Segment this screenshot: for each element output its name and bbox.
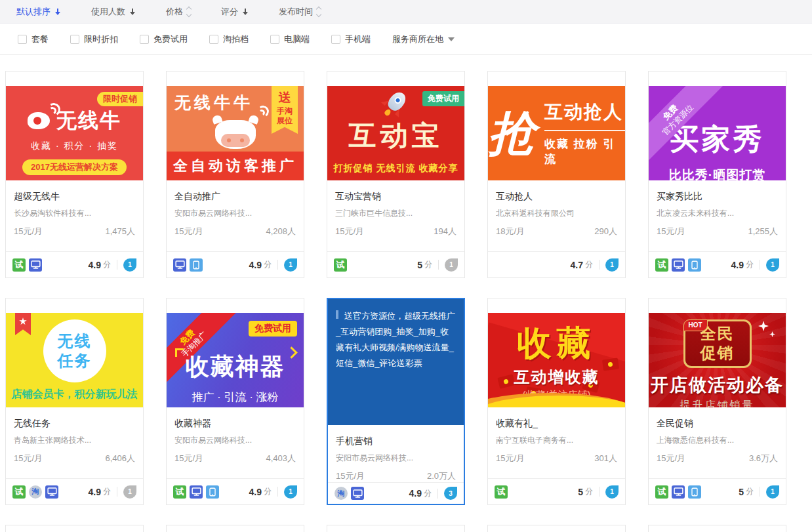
card-description-overlay: 送官方资源位，超级无线推广_互动营销团购_抽奖_加购_收藏有礼大师视频/满购物送… bbox=[328, 299, 464, 425]
rating-unit: 分 bbox=[585, 486, 593, 497]
card-price: 15元/月 bbox=[657, 226, 685, 237]
checkbox-icon[interactable] bbox=[270, 35, 279, 44]
card-rating: 4.9 bbox=[89, 260, 101, 270]
card-shoucang-youli[interactable]: 收藏 互动增收藏 (收藏/关注店铺) 收藏有礼_ 南宁互联电子商务有... 15… bbox=[487, 298, 626, 505]
card-rating: 4.9 bbox=[409, 488, 422, 499]
wangwang-icon[interactable]: 1 bbox=[605, 485, 619, 499]
card-title[interactable]: 无线任务 bbox=[14, 418, 135, 430]
card-hudongbao[interactable]: 免费试用 互动宝 打折促销 无线引流 收藏分享 互动宝营销 三门峡市巨牛信息技.… bbox=[327, 71, 465, 278]
banner-subtitle: 收藏 拉粉 引流 bbox=[544, 130, 625, 167]
wangwang-icon[interactable]: 1 bbox=[284, 258, 297, 272]
filter-pc[interactable]: 电脑端 bbox=[270, 33, 310, 45]
wangwang-icon[interactable]: 1 bbox=[123, 258, 136, 272]
trial-badge-icon: 试 bbox=[655, 258, 668, 272]
checkbox-icon[interactable] bbox=[209, 35, 218, 44]
wangwang-icon[interactable]: 1 bbox=[605, 258, 619, 272]
card-banner: 无线任务 店铺会员卡，积分新玩儿法 bbox=[6, 313, 143, 407]
card-shouji-yingxiao-selected[interactable]: 送官方资源位，超级无线推广_互动营销团购_抽奖_加购_收藏有礼大师视频/满购物送… bbox=[327, 298, 465, 505]
card-title[interactable]: 超级无线牛 bbox=[14, 191, 135, 203]
card-company: 三门峡市巨牛信息技... bbox=[335, 208, 457, 219]
card-shoucang-shenqi[interactable]: 免费 手淘推广 免费试用 收藏神器 推广 · 引流 · 涨粉 收藏神器 安阳市易… bbox=[166, 298, 304, 505]
card-title[interactable]: 收藏有礼_ bbox=[496, 418, 617, 430]
platform-badges: 试 bbox=[495, 485, 511, 499]
filter-mobile[interactable]: 手机端 bbox=[331, 33, 371, 45]
wangwang-icon[interactable]: 1 bbox=[284, 485, 297, 499]
card-company: 青岛新主张网络技术... bbox=[14, 435, 135, 446]
card-hudong-qiangren[interactable]: 抢 互动抢人 收藏 拉粉 引流 互动抢人 北京科返科技有限公司 18元/月290… bbox=[487, 71, 626, 278]
card-wuxian-renwu[interactable]: 无线任务 店铺会员卡，积分新玩儿法 无线任务 青岛新主张网络技术... 15元/… bbox=[5, 298, 144, 505]
card-rating: 5 bbox=[739, 487, 744, 497]
sort-users[interactable]: 使用人数 bbox=[91, 6, 136, 18]
card-quanzidong-tuiguang[interactable]: 无线牛牛 送 手淘 展位 全自动访客推广 全自动推广 安阳市易云网络科技... … bbox=[166, 71, 304, 278]
sort-price[interactable]: 价格 bbox=[166, 6, 191, 18]
sort-default-label: 默认排序 bbox=[16, 6, 51, 18]
card-partial bbox=[166, 525, 304, 532]
card-banner: 抢 互动抢人 收藏 拉粉 引流 bbox=[488, 86, 625, 180]
checkbox-icon[interactable] bbox=[140, 35, 149, 44]
banner-title: 无线牛 bbox=[56, 107, 121, 134]
banner-subtitle: 比比秀·晒图打赏 bbox=[649, 167, 786, 180]
sort-default[interactable]: 默认排序 bbox=[16, 6, 61, 18]
card-title[interactable]: 买家秀比比 bbox=[657, 191, 778, 203]
platform-badges: 试 bbox=[334, 258, 350, 272]
sort-price-label: 价格 bbox=[166, 6, 183, 18]
sort-publish-time[interactable]: 发布时间 bbox=[279, 6, 321, 18]
card-super-wuxianniu[interactable]: 限时促销 无线牛 收藏 · 积分 · 抽奖 2017无线运营解决方案 超级无线牛… bbox=[5, 71, 144, 278]
banner-title: 收藏神器 bbox=[186, 351, 285, 383]
pc-badge-icon bbox=[672, 485, 685, 499]
card-price: 15元/月 bbox=[14, 453, 43, 464]
filter-label: 电脑端 bbox=[284, 33, 310, 45]
platform-badges: 试 bbox=[12, 258, 45, 272]
card-partial bbox=[487, 525, 626, 532]
filter-package[interactable]: 套餐 bbox=[18, 33, 49, 45]
trial-badge-icon: 试 bbox=[173, 485, 186, 499]
banner-subtitle: 收藏 · 积分 · 抽奖 bbox=[6, 140, 143, 152]
banner-glyph: 抢 bbox=[488, 110, 535, 157]
trial-badge-icon: 试 bbox=[495, 485, 508, 499]
rating-unit: 分 bbox=[424, 488, 432, 499]
trial-badge-icon: 试 bbox=[334, 258, 347, 272]
card-title[interactable]: 全民促销 bbox=[657, 418, 778, 430]
checkbox-icon[interactable] bbox=[70, 35, 79, 44]
card-title[interactable]: 互动抢人 bbox=[496, 191, 617, 203]
filter-limited-discount[interactable]: 限时折扣 bbox=[70, 33, 118, 45]
card-title[interactable]: 互动宝营销 bbox=[335, 191, 457, 203]
card-user-count: 290人 bbox=[594, 226, 617, 237]
card-rating: 4.9 bbox=[89, 487, 101, 497]
card-quanmin-cuxiao[interactable]: HOT 全民促销 开店做活动必备 提升店铺销量 全民促销 上海微悉信息科技有..… bbox=[648, 298, 786, 505]
card-maijiaxiu[interactable]: 免费 官方资源位 买家秀 比比秀·晒图打赏 买家秀比比 北京凌云未来科技有...… bbox=[648, 71, 786, 278]
banner-subtitle: 推广 · 引流 · 涨粉 bbox=[167, 390, 304, 405]
hot-badge: HOT bbox=[683, 319, 708, 331]
pc-badge-icon bbox=[29, 258, 42, 272]
card-company: 长沙易淘软件科技有... bbox=[14, 208, 135, 219]
wangwang-icon[interactable]: 3 bbox=[444, 487, 457, 500]
filter-taopaidang[interactable]: 淘拍档 bbox=[209, 33, 249, 45]
filter-free-trial[interactable]: 免费试用 bbox=[140, 33, 188, 45]
tao-badge-icon: 淘 bbox=[335, 487, 348, 500]
wangwang-icon[interactable]: 1 bbox=[123, 485, 136, 499]
card-title[interactable]: 全自动推广 bbox=[174, 191, 296, 203]
banner-title: 互动抢人 bbox=[544, 100, 625, 125]
platform-badges: 试 bbox=[173, 485, 222, 499]
card-banner: HOT 全民促销 开店做活动必备 提升店铺销量 bbox=[649, 313, 786, 407]
platform-badges: 试 bbox=[655, 485, 704, 499]
sort-rating[interactable]: 评分 bbox=[221, 6, 249, 18]
provider-region-dropdown[interactable]: 服务商所在地 bbox=[392, 33, 455, 45]
wangwang-icon[interactable]: 1 bbox=[766, 258, 779, 272]
banner-pill: 2017无线运营解决方案 bbox=[22, 159, 127, 175]
platform-badges: 淘 bbox=[335, 487, 367, 500]
arrow-down-icon bbox=[54, 8, 61, 16]
card-title[interactable]: 收藏神器 bbox=[174, 418, 296, 430]
card-title[interactable]: 手机营销 bbox=[336, 436, 456, 447]
card-user-count: 4,403人 bbox=[266, 453, 296, 464]
checkbox-icon[interactable] bbox=[18, 35, 27, 44]
wangwang-icon[interactable]: 1 bbox=[445, 258, 458, 272]
wangwang-icon[interactable]: 1 bbox=[766, 485, 779, 499]
checkbox-icon[interactable] bbox=[331, 35, 340, 44]
platform-badges: 试 bbox=[655, 258, 704, 272]
pc-badge-icon bbox=[672, 258, 685, 272]
card-user-count: 1,475人 bbox=[105, 226, 135, 237]
arrow-down-icon bbox=[129, 8, 136, 16]
card-banner: 免费 官方资源位 买家秀 比比秀·晒图打赏 bbox=[649, 86, 786, 180]
card-user-count: 1,255人 bbox=[748, 226, 778, 237]
